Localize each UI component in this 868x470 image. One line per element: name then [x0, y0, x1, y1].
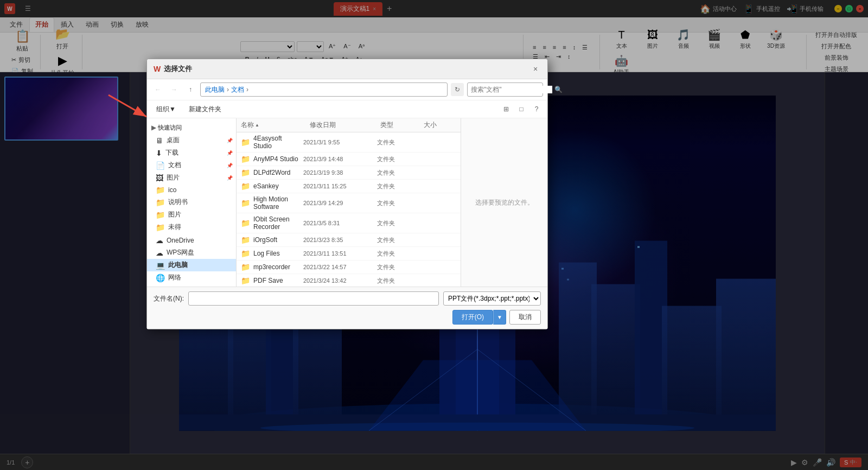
- file-row[interactable]: 📁 AnyMP4 Studio 2021/3/9 14:48 文件夹: [237, 153, 461, 166]
- folder-icon: 📁: [241, 182, 250, 190]
- nav-weidai-label: 未得: [168, 223, 181, 232]
- preview-panel: 选择要预览的文件。: [461, 118, 547, 287]
- nav-downloads-label: 下载: [165, 148, 178, 157]
- nav-pictures[interactable]: 🖼 图片 📌: [147, 172, 236, 184]
- file-row[interactable]: 📁 Log Files 2021/3/11 13:51 文件夹: [237, 247, 461, 261]
- file-name: IObit Screen Recorder: [253, 215, 300, 231]
- nav-images2[interactable]: 📁 图片: [147, 208, 236, 221]
- open-file-arrow-btn[interactable]: ▼: [493, 310, 506, 325]
- nav-documents[interactable]: 📄 文档 📌: [147, 159, 236, 172]
- folder-icon: 📁: [241, 249, 250, 258]
- file-date: 2021/3/5 8:31: [303, 220, 374, 226]
- file-name: 4Easysoft Studio: [253, 135, 300, 150]
- file-date: 2021/3/9 14:48: [303, 156, 374, 162]
- nav-manual[interactable]: 📁 说明书: [147, 196, 236, 208]
- open-file-btn[interactable]: 打开(O): [452, 310, 493, 325]
- filename-input[interactable]: [188, 291, 439, 306]
- file-type: 文件夹: [377, 138, 420, 147]
- breadcrumb-sep1: ›: [227, 86, 229, 93]
- file-type: 文件夹: [377, 263, 420, 271]
- file-name: iOrgSoft: [253, 236, 300, 244]
- nav-downloads[interactable]: ⬇ 下载 📌: [147, 147, 236, 159]
- search-box: 🔍: [467, 82, 543, 97]
- col-size[interactable]: 大小: [424, 120, 456, 130]
- file-row[interactable]: 📁 DLPdf2Word 2021/3/19 9:38 文件夹: [237, 166, 461, 180]
- file-row[interactable]: 📁 IObit Screen Recorder 2021/3/5 8:31 文件…: [237, 213, 461, 233]
- quick-access-header[interactable]: ▶ 快速访问: [147, 122, 236, 134]
- nav-thispc-label: 此电脑: [168, 261, 188, 270]
- nav-network-label: 网络: [168, 273, 181, 282]
- new-folder-btn[interactable]: 新建文件夹: [184, 103, 226, 116]
- nav-onedrive[interactable]: ☁ OneDrive: [147, 234, 236, 246]
- nav-onedrive-label: OneDrive: [167, 237, 194, 244]
- file-row[interactable]: 📁 eSankey 2021/3/11 15:25 文件夹: [237, 180, 461, 193]
- downloads-icon: ⬇: [156, 149, 162, 157]
- file-date: 2021/3/19 9:38: [303, 169, 374, 176]
- nav-desktop-label: 桌面: [167, 136, 180, 145]
- file-date: 2021/3/9 14:29: [303, 200, 374, 206]
- cancel-btn[interactable]: 取消: [509, 310, 541, 325]
- breadcrumb-documents[interactable]: 文档: [231, 85, 244, 94]
- nav-images2-label: 图片: [168, 210, 181, 219]
- nav-weidai[interactable]: 📁 未得: [147, 221, 236, 233]
- file-name: mp3recorder: [253, 263, 300, 271]
- file-name: AnyMP4 Studio: [253, 155, 300, 163]
- dialog-addressbar: ← → ↑ 此电脑 › 文档 › ↻ 🔍: [147, 79, 547, 100]
- file-type: 文件夹: [377, 182, 420, 190]
- help-btn[interactable]: ?: [530, 103, 543, 116]
- quick-access-section: ▶ 快速访问 🖥 桌面 📌 ⬇ 下载 📌 📄: [147, 120, 236, 234]
- file-row[interactable]: 📁 iOrgSoft 2021/3/23 8:35 文件夹: [237, 233, 461, 247]
- file-row[interactable]: 📁 mp3recorder 2021/3/22 14:57 文件夹: [237, 261, 461, 274]
- file-date: 2021/3/23 8:35: [303, 237, 374, 243]
- nav-wpsdisk[interactable]: ☁ WPS网盘: [147, 246, 236, 259]
- file-list-header: 名称 ▲ 修改日期 类型 大小: [237, 118, 461, 132]
- file-type: 文件夹: [377, 236, 420, 244]
- desktop-icon: 🖥: [156, 136, 163, 145]
- filetype-select[interactable]: PPT文件(*.3dpx;*.ppt;*.pptx): [443, 291, 541, 306]
- view-list-btn[interactable]: □: [515, 103, 528, 116]
- nav-pictures-label: 图片: [167, 173, 180, 182]
- file-name: Log Files: [253, 250, 300, 257]
- nav-panel: ▶ 快速访问 🖥 桌面 📌 ⬇ 下载 📌 📄: [147, 118, 237, 287]
- nav-wpsdisk-label: WPS网盘: [167, 248, 194, 257]
- nav-network[interactable]: 🌐 网络: [147, 271, 236, 284]
- file-type: 文件夹: [377, 199, 420, 207]
- footer-buttons-row: 打开(O) ▼ 取消: [154, 310, 541, 325]
- file-row[interactable]: 📁 PDF Save 2021/3/24 13:42 文件夹: [237, 274, 461, 287]
- address-breadcrumb[interactable]: 此电脑 › 文档 ›: [200, 82, 448, 97]
- file-row[interactable]: 📁 High Motion Software 2021/3/9 14:29 文件…: [237, 193, 461, 213]
- col-name[interactable]: 名称 ▲: [241, 120, 310, 130]
- col-name-label: 名称: [241, 120, 254, 130]
- refresh-btn[interactable]: ↻: [451, 83, 464, 96]
- nav-forward-btn[interactable]: →: [168, 83, 181, 96]
- view-grid-btn[interactable]: ⊞: [500, 103, 513, 116]
- folder-icon: 📁: [241, 199, 250, 207]
- nav-thispc[interactable]: 💻 此电脑: [147, 259, 236, 271]
- search-input[interactable]: [471, 86, 552, 93]
- col-type[interactable]: 类型: [380, 120, 424, 130]
- breadcrumb-computer[interactable]: 此电脑: [205, 85, 225, 94]
- folder-icon: 📁: [241, 263, 250, 271]
- col-date[interactable]: 修改日期: [310, 120, 380, 130]
- footer-filename-row: 文件名(N): PPT文件(*.3dpx;*.ppt;*.pptx): [154, 291, 541, 306]
- nav-back-btn[interactable]: ←: [151, 83, 164, 96]
- folder-icon: 📁: [241, 168, 250, 177]
- open-btn-group: 打开(O) ▼: [452, 310, 506, 325]
- organize-label: 组织▼: [156, 105, 176, 114]
- nav-ico[interactable]: 📁 ico: [147, 184, 236, 196]
- svg-line-26: [108, 95, 146, 117]
- nav-ico-label: ico: [168, 186, 176, 194]
- file-date: 2021/3/11 13:51: [303, 250, 374, 257]
- weidai-icon: 📁: [156, 223, 165, 232]
- dialog-close-btn[interactable]: ×: [530, 63, 541, 74]
- nav-desktop[interactable]: 🖥 桌面 📌: [147, 134, 236, 147]
- folder-icon: 📁: [241, 236, 250, 244]
- nav-up-btn[interactable]: ↑: [184, 83, 197, 96]
- organize-btn[interactable]: 组织▼: [151, 103, 181, 116]
- file-date: 2021/3/11 15:25: [303, 183, 374, 189]
- file-type: 文件夹: [377, 219, 420, 227]
- file-type: 文件夹: [377, 277, 420, 285]
- file-row[interactable]: 📁 4Easysoft Studio 2021/3/1 9:55 文件夹: [237, 132, 461, 153]
- pin-icon2: 📌: [227, 150, 233, 156]
- file-name: eSankey: [253, 182, 300, 190]
